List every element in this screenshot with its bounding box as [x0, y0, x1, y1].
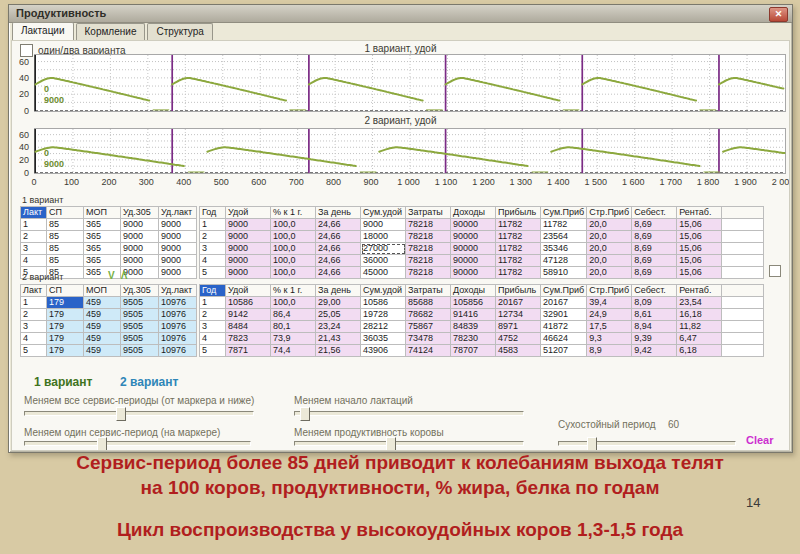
table-cell[interactable]: 11782	[496, 231, 541, 243]
table-cell[interactable]: 6,47	[677, 333, 722, 345]
table-cell[interactable]: 8,9	[587, 345, 632, 357]
slider-one-service-period[interactable]	[24, 441, 251, 446]
table-cell[interactable]	[722, 333, 764, 345]
clear-button[interactable]: Clear	[746, 434, 774, 446]
table-cell[interactable]: 9000	[226, 231, 271, 243]
table-cell[interactable]: 459	[84, 333, 121, 345]
tab-feeding[interactable]: Кормление	[76, 23, 146, 40]
table-cell[interactable]: 100,0	[271, 267, 316, 279]
table-cell[interactable]: 90000	[451, 267, 496, 279]
table-cell[interactable]: 8,69	[632, 267, 677, 279]
table-cell[interactable]: 17,5	[587, 321, 632, 333]
table-cell[interactable]: 27000	[361, 243, 406, 255]
table-cell[interactable]: 29,00	[316, 297, 361, 309]
table-cell[interactable]: 9000	[226, 267, 271, 279]
table-cell[interactable]: 91416	[451, 309, 496, 321]
table-cell[interactable]: 179	[47, 321, 84, 333]
table-cell[interactable]: 19728	[361, 309, 406, 321]
table-cell[interactable]: 85	[47, 219, 84, 231]
table-cell[interactable]: 9000	[226, 219, 271, 231]
table-cell[interactable]: 73478	[406, 333, 451, 345]
table-cell[interactable]	[722, 309, 764, 321]
table-cell[interactable]: 4	[200, 255, 226, 267]
table-cell[interactable]: 20,0	[587, 255, 632, 267]
slider-thumb[interactable]	[587, 437, 597, 451]
table-cell[interactable]: 39,4	[587, 297, 632, 309]
table-cell[interactable]: 4752	[496, 333, 541, 345]
table-cell[interactable]: 90000	[451, 255, 496, 267]
table-cell[interactable]: 74124	[406, 345, 451, 357]
table-cell[interactable]: 2	[200, 309, 226, 321]
table-cell[interactable]: 8971	[496, 321, 541, 333]
table-cell[interactable]: 9000	[159, 231, 197, 243]
table-cell[interactable]: 78218	[406, 255, 451, 267]
table-cell[interactable]: 73,9	[271, 333, 316, 345]
table-cell[interactable]: 90000	[451, 231, 496, 243]
table-cell[interactable]: 47128	[541, 255, 587, 267]
table-cell[interactable]: 16,18	[677, 309, 722, 321]
table-cell[interactable]: 15,06	[677, 255, 722, 267]
table-cell[interactable]: 9000	[121, 243, 159, 255]
table-cell[interactable]: 365	[84, 219, 121, 231]
table-cell[interactable]: 36000	[361, 255, 406, 267]
table-cell[interactable]: 179	[47, 345, 84, 357]
table-cell[interactable]: 20,0	[587, 219, 632, 231]
table-cell[interactable]: 20167	[541, 297, 587, 309]
table-cell[interactable]: 9,42	[632, 345, 677, 357]
table-cell[interactable]: 90000	[451, 243, 496, 255]
table-cell[interactable]: 8,69	[632, 231, 677, 243]
move-down-icon[interactable]: V	[108, 270, 121, 281]
table-cell[interactable]: 1	[200, 297, 226, 309]
table-cell[interactable]: 11782	[496, 243, 541, 255]
table-cell[interactable]	[722, 297, 764, 309]
slider-thumb[interactable]	[97, 437, 107, 451]
table-cell[interactable]: 3	[200, 243, 226, 255]
table-cell[interactable]: 4	[200, 333, 226, 345]
table-cell[interactable]: 9000	[159, 267, 197, 279]
table-cell[interactable]: 74,4	[271, 345, 316, 357]
table-cell[interactable]: 85688	[406, 297, 451, 309]
table-cell[interactable]: 9,39	[632, 333, 677, 345]
table-cell[interactable]: 9505	[121, 309, 159, 321]
table-cell[interactable]	[722, 243, 764, 255]
table-cell[interactable]: 100,0	[271, 231, 316, 243]
table-cell[interactable]: 2	[200, 231, 226, 243]
table-cell[interactable]: 365	[84, 255, 121, 267]
table-cell[interactable]: 11782	[496, 267, 541, 279]
table-cell[interactable]: 9000	[226, 243, 271, 255]
table-cell[interactable]: 11782	[541, 219, 587, 231]
table-cell[interactable]: 24,66	[316, 267, 361, 279]
table-cell[interactable]: 20,0	[587, 267, 632, 279]
slider-thumb[interactable]	[386, 437, 396, 451]
table-cell[interactable]: 24,66	[316, 255, 361, 267]
table-cell[interactable]: 459	[84, 345, 121, 357]
table-cell[interactable]: 9505	[121, 321, 159, 333]
table-cell[interactable]: 8,61	[632, 309, 677, 321]
table-cell[interactable]: 2	[21, 309, 47, 321]
table-cell[interactable]: 179	[47, 333, 84, 345]
table-cell[interactable]: 78218	[406, 231, 451, 243]
table-cell[interactable]: 45000	[361, 267, 406, 279]
table-cell[interactable]: 28212	[361, 321, 406, 333]
table-cell[interactable]: 21,43	[316, 333, 361, 345]
table-cell[interactable]: 6,18	[677, 345, 722, 357]
table-cell[interactable]: 8,69	[632, 243, 677, 255]
table-cell[interactable]: 9,3	[587, 333, 632, 345]
close-button[interactable]: ✕	[769, 7, 788, 22]
table-cell[interactable]: 46624	[541, 333, 587, 345]
table-cell[interactable]: 1	[200, 219, 226, 231]
table-cell[interactable]: 7823	[226, 333, 271, 345]
table-cell[interactable]: 15,06	[677, 267, 722, 279]
table-cell[interactable]: 365	[84, 243, 121, 255]
table-cell[interactable]: 365	[84, 231, 121, 243]
table-cell[interactable]: 12734	[496, 309, 541, 321]
table-cell[interactable]: 2	[21, 231, 47, 243]
table-cell[interactable]	[722, 255, 764, 267]
table-cell[interactable]: 10976	[159, 297, 197, 309]
side-checkbox[interactable]	[769, 265, 781, 277]
table-cell[interactable]: 8,69	[632, 255, 677, 267]
table-cell[interactable]: 10976	[159, 333, 197, 345]
table-cell[interactable]: 7871	[226, 345, 271, 357]
table-cell[interactable]: 179	[47, 309, 84, 321]
table-cell[interactable]: 32901	[541, 309, 587, 321]
